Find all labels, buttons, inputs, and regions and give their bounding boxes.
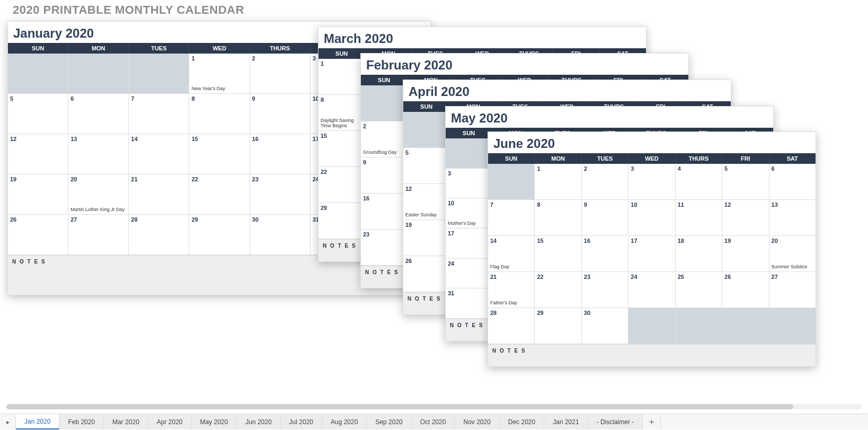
calendar-cell[interactable]: 5 (403, 148, 450, 184)
calendar-cell[interactable]: 3 (446, 169, 492, 199)
sheet-tab[interactable]: Aug 2020 (322, 414, 367, 429)
calendar-cell[interactable]: 19 (403, 220, 450, 256)
sheet-tab[interactable]: Jun 2020 (237, 414, 280, 429)
calendar-cell[interactable]: 19 (722, 236, 769, 272)
calendar-cell[interactable]: 16 (582, 236, 628, 272)
calendar-cell[interactable]: 18 (676, 236, 722, 272)
calendar-cell[interactable]: 10Mother's Day (446, 198, 492, 229)
calendar-cell[interactable]: 15 (535, 236, 581, 272)
calendar-cell[interactable]: 27 (68, 215, 129, 255)
event-label: Mother's Day (448, 221, 490, 226)
calendar-cell[interactable]: 14 (129, 134, 189, 174)
sheet-tab[interactable]: May 2020 (192, 414, 237, 429)
sheet-tab[interactable]: Feb 2020 (59, 414, 104, 429)
calendar-cell[interactable]: 22 (318, 167, 365, 203)
calendar-cell[interactable]: 10 (628, 200, 675, 236)
calendar-cell[interactable]: 22 (189, 174, 250, 215)
event-label: Groundhog Day (363, 150, 405, 155)
calendar-cell[interactable]: 5 (8, 94, 68, 134)
calendar-cell[interactable]: 12Easter Sunday (403, 184, 450, 220)
sheet-tab[interactable]: Dec 2020 (500, 414, 544, 429)
calendar-cell[interactable]: 26 (8, 215, 68, 255)
calendar-cell[interactable]: 13 (68, 134, 129, 174)
calendar-cell[interactable]: 20Summer Solstice (769, 236, 816, 272)
calendar-cell[interactable]: 26 (722, 272, 769, 308)
calendar-cell[interactable]: 19 (8, 174, 68, 215)
tab-nav-play-icon[interactable]: ▸ (0, 414, 16, 429)
calendar-cell[interactable]: 23 (361, 230, 408, 266)
calendar-cell[interactable]: 17 (446, 229, 492, 259)
sheet-tab[interactable]: Jul 2020 (281, 414, 322, 429)
calendar-cell[interactable]: 21Father's Day (488, 272, 535, 308)
calendar-cell[interactable]: 24 (446, 259, 492, 289)
calendar-cell[interactable]: 6 (769, 164, 816, 200)
calendar-cell[interactable]: 30 (250, 215, 311, 255)
calendar-cell[interactable]: 16 (250, 134, 311, 174)
calendar-cell[interactable]: 4 (676, 164, 722, 200)
sheet-tab[interactable]: Apr 2020 (148, 414, 192, 429)
calendar-cell[interactable]: 9 (361, 157, 408, 194)
day-number: 20 (70, 176, 77, 182)
calendar-cell[interactable]: 29 (189, 215, 250, 255)
calendar-cell[interactable]: 31 (446, 288, 492, 319)
add-sheet-button[interactable]: + (643, 414, 661, 429)
calendar-cell[interactable]: 8 (535, 200, 581, 236)
calendar-cell[interactable]: 26 (403, 256, 450, 292)
day-number: 12 (724, 201, 731, 208)
sheet-tab[interactable]: Mar 2020 (104, 414, 148, 429)
calendar-cell[interactable]: 11 (676, 200, 722, 236)
calendar-cell[interactable]: 28 (129, 215, 189, 255)
calendar-cell[interactable]: 25 (676, 272, 722, 308)
sheet-tab[interactable]: Sep 2020 (367, 414, 411, 429)
sheet-tab[interactable]: Jan 2020 (16, 414, 59, 429)
notes-section[interactable]: N O T E S (488, 344, 816, 366)
calendar-cell[interactable]: 14Flag Day (488, 236, 535, 272)
sheet-tabbar: ▸ Jan 2020Feb 2020Mar 2020Apr 2020May 20… (0, 414, 868, 429)
calendar-cell[interactable]: 9 (582, 200, 628, 236)
calendar-cell[interactable]: 9 (250, 94, 311, 134)
calendar-cell[interactable]: 29 (535, 308, 581, 344)
calendar-cell[interactable]: 5 (722, 164, 769, 200)
calendar-cell[interactable]: 30 (582, 308, 628, 344)
sheet-tab[interactable]: Jan 2021 (544, 414, 588, 429)
calendar-cell[interactable]: 1 (535, 164, 581, 200)
calendar-cell[interactable]: 12 (722, 200, 769, 236)
sheet-tab[interactable]: Nov 2020 (455, 414, 499, 429)
sheet-tab[interactable]: - Disclaimer - (588, 414, 643, 429)
calendar-cell[interactable]: 2Groundhog Day (361, 121, 408, 157)
calendar-cell[interactable]: 2 (250, 54, 311, 94)
day-number: 28 (490, 310, 497, 316)
calendar-cell[interactable]: 24 (628, 272, 675, 308)
calendar-cell[interactable]: 27 (769, 272, 816, 308)
calendar-cell[interactable]: 6 (68, 94, 129, 134)
calendar-cell[interactable]: 8 (189, 94, 250, 134)
calendar-cell[interactable]: 7 (488, 200, 535, 236)
calendar-cell[interactable]: 23 (250, 174, 311, 215)
calendar-cell[interactable]: 28 (488, 308, 535, 344)
calendar-cell[interactable]: 12 (8, 134, 68, 174)
calendar-cell[interactable]: 13 (769, 200, 816, 236)
horizontal-scrollbar[interactable] (6, 404, 862, 409)
sheet-tab[interactable]: Oct 2020 (412, 414, 455, 429)
calendar-cell[interactable]: 20Martin Luther King Jr Day (68, 174, 129, 215)
calendar-cell[interactable]: 7 (129, 94, 189, 134)
day-number: 2 (363, 123, 366, 129)
calendar-cell[interactable]: 2 (582, 164, 628, 200)
calendar-cell[interactable]: 1New Year's Day (189, 54, 250, 94)
calendar-cell[interactable]: 3 (628, 164, 675, 200)
calendar-cell[interactable]: 15 (318, 131, 365, 167)
calendar-cell[interactable]: 15 (189, 134, 250, 174)
horizontal-scrollbar-thumb[interactable] (6, 404, 793, 409)
calendar-cell[interactable]: 29 (318, 203, 365, 239)
dow-cell: TUES (129, 43, 189, 54)
calendar-cell[interactable]: 21 (129, 174, 189, 215)
day-number: 28 (131, 216, 137, 223)
calendar-cell (68, 54, 129, 94)
calendar-cell[interactable]: 1 (318, 59, 365, 95)
calendar-cell[interactable]: 23 (582, 272, 628, 308)
calendar-cell[interactable]: 8Daylight Saving Time Begins (318, 95, 365, 131)
calendar-cell[interactable]: 22 (535, 272, 581, 308)
calendar-cell[interactable]: 17 (628, 236, 675, 272)
calendar-cell[interactable]: 16 (361, 194, 408, 230)
day-number: 15 (537, 238, 543, 244)
